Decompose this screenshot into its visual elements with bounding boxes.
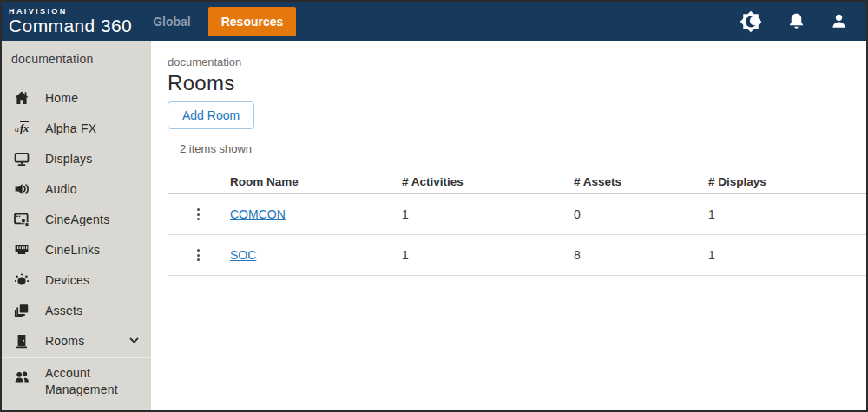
sidebar-item-audio[interactable]: Audio <box>2 173 151 204</box>
room-name-link[interactable]: COMCON <box>230 207 402 221</box>
row-actions-kebab-icon[interactable] <box>188 205 207 224</box>
sidebar-item-home[interactable]: Home <box>2 82 151 113</box>
sidebar-item-label: CineAgents <box>45 213 109 226</box>
add-room-button[interactable]: Add Room <box>168 101 254 129</box>
sidebar-item-label: Alpha FX <box>45 121 96 135</box>
sidebar-item-cineagents[interactable]: CineAgents <box>2 204 151 234</box>
brand-logo: HAIVISION Command 360 <box>9 8 132 35</box>
sidebar-item-alpha-fx[interactable]: afx Alpha FX <box>2 113 151 143</box>
chevron-down-icon <box>129 337 139 343</box>
sidebar-item-label: Devices <box>45 273 89 287</box>
activities-count: 1 <box>402 207 574 221</box>
user-profile-icon[interactable] <box>829 11 849 31</box>
theme-toggle-icon[interactable] <box>738 9 764 35</box>
items-shown-count: 2 items shown <box>180 142 866 155</box>
assets-count: 0 <box>574 207 708 221</box>
column-header-displays: # Displays <box>708 175 866 188</box>
workspace-label: documentation <box>2 41 151 66</box>
sidebar-item-rooms[interactable]: Rooms <box>2 325 151 356</box>
sidebar-item-devices[interactable]: Devices <box>2 265 151 295</box>
nav-tab-resources[interactable]: Resources <box>208 7 297 36</box>
app-body: documentation Home afx Alpha FX <box>2 41 866 410</box>
sidebar-item-label: Rooms <box>45 334 84 348</box>
row-actions-kebab-icon[interactable] <box>188 245 207 265</box>
command360-app: HAIVISION Command 360 Global Resources <box>0 0 868 412</box>
alpha-fx-icon: afx <box>12 120 31 137</box>
top-nav: Global Resources <box>153 7 296 36</box>
table-header-row: Room Name # Activities # Assets # Displa… <box>168 169 866 194</box>
device-orbit-icon <box>12 271 31 289</box>
rooms-table: Room Name # Activities # Assets # Displa… <box>168 169 866 276</box>
breadcrumb: documentation <box>168 56 866 69</box>
sidebar-item-displays[interactable]: Displays <box>2 143 151 173</box>
sidebar-item-label: Audio <box>45 182 77 196</box>
page-title: Rooms <box>168 71 866 95</box>
assets-count: 8 <box>574 248 708 262</box>
displays-count: 1 <box>708 248 866 262</box>
sidebar: documentation Home afx Alpha FX <box>2 41 151 410</box>
top-bar: HAIVISION Command 360 Global Resources <box>2 2 866 41</box>
sidebar-item-cinelinks[interactable]: CineLinks <box>2 234 151 265</box>
ethernet-icon <box>12 241 31 258</box>
users-icon <box>12 368 31 385</box>
window-agents-icon <box>12 211 31 228</box>
home-icon <box>12 89 31 107</box>
notifications-bell-icon[interactable] <box>786 11 806 31</box>
sidebar-item-label: Account Management <box>45 365 132 398</box>
main-content: documentation Rooms Add Room 2 items sho… <box>151 41 866 410</box>
sidebar-item-label: Home <box>45 91 78 105</box>
brand-haivision: HAIVISION <box>9 8 132 16</box>
table-row: COMCON 1 0 1 <box>168 194 866 235</box>
column-header-activities: # Activities <box>402 175 574 188</box>
door-icon <box>12 332 31 350</box>
sidebar-item-label: Assets <box>45 304 82 317</box>
sidebar-item-account-management[interactable]: Account Management <box>2 357 151 407</box>
brand-command360: Command 360 <box>9 16 132 35</box>
sidebar-item-assets[interactable]: Assets <box>2 295 151 325</box>
sidebar-item-label: CineLinks <box>45 243 100 257</box>
displays-count: 1 <box>708 207 866 221</box>
top-bar-icons <box>738 9 849 35</box>
nav-tab-global[interactable]: Global <box>153 15 191 29</box>
layers-icon <box>12 302 31 319</box>
activities-count: 1 <box>402 248 574 262</box>
column-header-room-name: Room Name <box>230 175 402 188</box>
table-row: SOC 1 8 1 <box>168 235 866 276</box>
room-name-link[interactable]: SOC <box>230 248 402 262</box>
speaker-icon <box>12 180 31 198</box>
sidebar-nav: Home afx Alpha FX <box>2 82 151 356</box>
monitor-icon <box>12 150 31 167</box>
sidebar-item-label: Displays <box>45 152 93 166</box>
column-header-assets: # Assets <box>574 175 708 188</box>
